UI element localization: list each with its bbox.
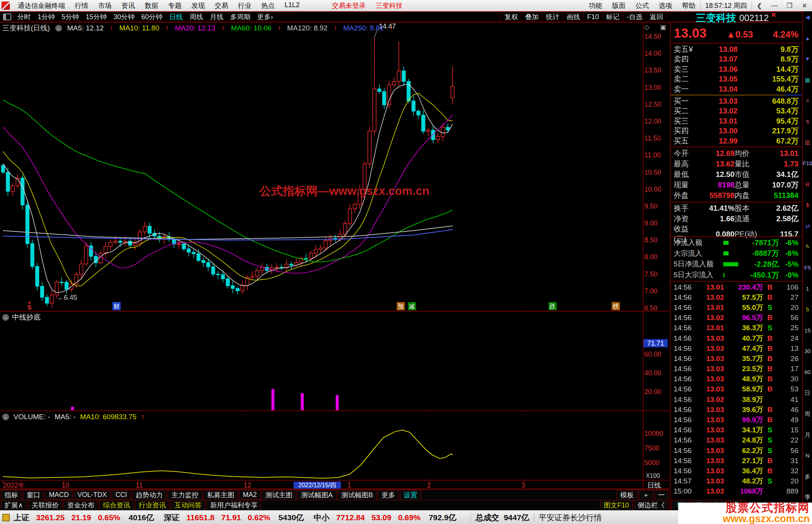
extension-tab[interactable]: 新用户福利专享 [206,500,261,510]
tick-row[interactable]: 14:5613.0136.3万S25 [671,323,801,333]
f5-icon[interactable]: F5 [804,265,811,270]
minimize-button[interactable]: — [767,2,782,10]
period-day-button[interactable]: 日 [805,390,810,396]
indicator-tab[interactable]: 测试幅图B [338,490,377,500]
quote-grid-icon[interactable]: ▦ [805,77,810,83]
tick-row[interactable]: 14:5613.0327.1万B31 [671,456,801,466]
collapse-chevron-icon[interactable]: ⌄ [2,414,9,420]
quote-level-row[interactable]: 卖二13.05155.4万 [671,74,801,84]
tick-row[interactable]: 14:5613.0348.9万B30 [671,374,801,384]
tick-row[interactable]: 14:5613.0335.7万B26 [671,353,801,364]
period-n-button[interactable]: N [806,453,810,458]
f10-icon[interactable]: F10 [803,160,812,166]
indicator-tab[interactable]: VOL-TDX [74,490,111,500]
indicator-tab[interactable]: 更多 [378,490,399,500]
down-arrow-icon[interactable]: ▼ [805,56,810,62]
extension-tab[interactable]: 综合资讯 [99,500,134,510]
indicator-tab[interactable]: 窗口 [23,490,44,500]
rank-list-icon[interactable]: ≡ [806,98,809,103]
quote-level-row[interactable]: 卖五¥13.089.8万 [671,44,801,54]
tick-row[interactable]: 15:0013.031068万889 [671,486,801,497]
quote-level-row[interactable]: 买五12.9967.2万 [671,136,801,146]
quote-level-row[interactable]: 买一13.03648.8万 [671,96,801,106]
pane-corner-icons[interactable]: ◇ ▣ [644,23,671,31]
period-week-button[interactable]: 周 [805,411,810,417]
tick-row[interactable]: 14:5613.0336.4万B32 [671,466,801,476]
menu-item[interactable]: 帮助 [677,1,700,10]
sidebar-toggle-button[interactable]: 侧边栏《 [634,500,668,510]
kline-icon[interactable]: ▥ [805,139,810,145]
tick-row[interactable]: 14:5613.0362.2万S56 [671,445,801,456]
tick-row[interactable]: 14:5613.01230.4万B106 [671,282,801,292]
price-axis-label: 12.00 [644,118,661,125]
back-arrow-icon[interactable]: ◀ [805,14,810,20]
tick-row[interactable]: 14:5613.0347.4万B13 [671,343,801,353]
period-multi-button[interactable]: 多 [805,474,810,479]
tick-row[interactable]: 14:5613.0399.9万B49 [671,415,801,425]
kline-chart-canvas[interactable]: 14.5014.0013.5013.0012.5012.0011.5011.00… [0,0,669,524]
quote-level-row[interactable]: 卖四13.078.9万 [671,54,801,64]
template-button[interactable]: 模板 [617,490,638,500]
tab-bar-right: 模板＋一 [617,490,668,500]
tick-row[interactable]: 14:5613.0340.7万B24 [671,333,801,343]
quote-level-row[interactable]: 买四13.00217.9万 [671,126,801,136]
tick-row[interactable]: 14:5613.0358.9万B53 [671,384,801,394]
close-button[interactable]: ✕ [797,2,812,10]
quote-level-row[interactable]: 买二13.0253.4万 [671,106,801,116]
tick-row[interactable]: 14:5613.0323.5万B17 [671,364,801,374]
indicator-tab[interactable]: 指标 [1,490,22,500]
r-label-icon[interactable]: R [806,181,810,187]
index-label[interactable]: 中小 [314,512,329,523]
quote-level-row[interactable]: 卖三13.0614.4万 [671,64,801,74]
tick-list[interactable]: 14:5613.01230.4万B10614:5613.0257.5万B2714… [671,282,801,497]
period-month-button[interactable]: 月 [805,432,810,438]
tick-row[interactable]: 14:5613.0334.1万S15 [671,425,801,435]
up-arrow-icon[interactable]: ▲ [805,35,810,41]
indicator-tab[interactable]: CCI [112,490,131,500]
index-label[interactable]: 上证 [14,512,29,523]
tick-row[interactable]: 14:5713.0348.2万S20 [671,476,801,486]
money-icon[interactable]: $ [806,202,809,208]
indicator-tab[interactable]: MACD [45,490,73,500]
collapse-button[interactable]: ❮ [752,2,767,10]
extension-tab[interactable]: 资金分布 [64,500,98,510]
period-5-button[interactable]: 5 [806,307,809,312]
tick-row[interactable]: 14:5613.0155.0万S20 [671,302,801,313]
tick-row[interactable]: 14:5613.0324.8万S22 [671,435,801,445]
draw-icon[interactable]: ✎ [805,244,810,249]
extension-tab[interactable]: 行业资讯 [135,500,170,510]
indicator-tab[interactable]: 主力监控 [168,490,202,500]
compare-icon[interactable]: ⇄ [805,223,810,229]
indicator-tab[interactable]: 趋势动力 [132,490,167,500]
trend-icon[interactable]: ↯ [805,119,810,124]
indicator-tab[interactable]: 测试幅图A [297,490,336,500]
indicator-tab[interactable]: 设置 [400,490,421,500]
quote-level-row[interactable]: 卖一13.0446.4万 [671,84,801,94]
sidebar-toggle-button[interactable]: 图文F10 [600,500,633,510]
indicator-tab[interactable]: 私募主图 [203,490,238,500]
tick-row[interactable]: 14:5613.0339.6万B46 [671,405,801,415]
collapse-chevron-icon[interactable]: ⌄ [55,25,62,32]
extension-tab[interactable]: 扩展∧ [1,500,27,510]
period-60-button[interactable]: 60 [804,369,811,375]
template-button[interactable]: ＋ [639,490,653,500]
extension-tab[interactable]: 关联报价 [28,500,62,510]
quote-level-row[interactable]: 买三13.0195.4万 [671,116,801,126]
indicator-tab[interactable]: MA2 [239,490,261,500]
period-1-button[interactable]: 1 [806,286,809,291]
index-label[interactable]: 深证 [164,512,180,523]
period-30-button[interactable]: 30 [804,348,811,354]
template-button[interactable]: 一 [654,490,668,500]
tick-row[interactable]: 14:5613.0238.9万41 [671,394,801,405]
indicator-tab[interactable]: 测试主图 [262,490,296,500]
site-watermark: 公式指标网—www.gszx.com.cn [259,183,429,199]
market-icon[interactable] [2,514,10,521]
period-15-button[interactable]: 15 [804,328,811,333]
tick-row[interactable]: 14:5613.0257.5万B27 [671,292,801,302]
tick-side: B [763,314,777,322]
tick-row[interactable]: 14:5613.0296.5万B56 [671,313,801,323]
collapse-chevron-icon[interactable]: ⌄ [2,314,9,321]
period-quarter-button[interactable]: 季 [805,494,810,500]
extension-tab[interactable]: 互动问答 [171,500,205,510]
restore-button[interactable]: ❐ [782,2,797,10]
